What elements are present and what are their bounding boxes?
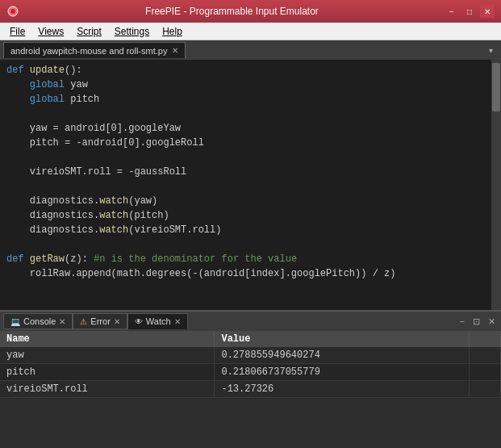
menu-bar: FileViewsScriptSettingsHelp: [0, 23, 501, 40]
watch-tab-label: Watch: [146, 316, 171, 326]
watch-icon: 👁: [135, 317, 143, 326]
panel-minimize-button[interactable]: −: [457, 316, 467, 327]
console-tab-label: Console: [23, 316, 56, 326]
error-tab[interactable]: ⚠ Error ✕: [73, 313, 127, 329]
console-icon: 💻: [10, 317, 20, 326]
window-controls: − □ ✕: [445, 5, 495, 18]
vertical-scrollbar[interactable]: [491, 60, 501, 310]
watch-tab-close[interactable]: ✕: [174, 317, 181, 326]
maximize-button[interactable]: □: [462, 5, 477, 18]
close-button[interactable]: ✕: [480, 5, 495, 18]
menu-item-views[interactable]: Views: [31, 24, 70, 39]
menu-item-settings[interactable]: Settings: [108, 24, 156, 39]
editor-tab-bar: android yawpitch-mouse and roll-smt.py ✕…: [0, 40, 501, 60]
tab-close-button[interactable]: ✕: [172, 46, 178, 55]
editor-tab[interactable]: android yawpitch-mouse and roll-smt.py ✕: [3, 42, 186, 58]
tab-label: android yawpitch-mouse and roll-smt.py: [10, 46, 167, 56]
watch-row: vireioSMT.roll-13.27326: [0, 381, 501, 398]
watch-extra: [470, 381, 501, 398]
menu-item-help[interactable]: Help: [156, 24, 189, 39]
watch-table: Name Value yaw0.278855949640274pitch0.21…: [0, 331, 501, 398]
watch-row: pitch0.218066737055779: [0, 364, 501, 381]
menu-item-file[interactable]: File: [3, 24, 31, 39]
code-editor[interactable]: def update(): global yaw global pitch ya…: [0, 60, 501, 310]
error-icon: ⚠: [80, 317, 87, 326]
watch-row: yaw0.278855949640274: [0, 347, 501, 364]
col-extra-header: [470, 331, 501, 347]
watch-extra: [470, 347, 501, 364]
tab-dropdown[interactable]: ▾: [484, 44, 498, 57]
watch-value: 0.278855949640274: [215, 347, 470, 364]
watch-tab[interactable]: 👁 Watch ✕: [127, 313, 188, 329]
watch-table-body: yaw0.278855949640274pitch0.2180667370557…: [0, 347, 501, 398]
watch-name: vireioSMT.roll: [0, 381, 215, 398]
watch-value: -13.27326: [215, 381, 470, 398]
console-tab[interactable]: 💻 Console ✕: [3, 313, 73, 329]
watch-name: yaw: [0, 347, 215, 364]
col-name-header: Name: [0, 331, 215, 347]
title-bar: FreePIE - Programmable Input Emulator − …: [0, 0, 501, 23]
col-value-header: Value: [215, 331, 470, 347]
code-content: def update(): global yaw global pitch ya…: [0, 60, 491, 310]
window-title: FreePIE - Programmable Input Emulator: [19, 6, 445, 17]
console-tab-close[interactable]: ✕: [59, 317, 65, 326]
watch-value: 0.218066737055779: [215, 364, 470, 381]
watch-extra: [470, 364, 501, 381]
panel-controls: − ⊡ ✕: [457, 316, 498, 327]
error-tab-label: Error: [90, 316, 110, 326]
svg-point-1: [10, 9, 15, 14]
menu-item-script[interactable]: Script: [70, 24, 108, 39]
error-tab-close[interactable]: ✕: [114, 317, 120, 326]
panel-tab-bar: 💻 Console ✕ ⚠ Error ✕ 👁 Watch ✕ − ⊡ ✕: [0, 312, 501, 331]
app-icon: [6, 5, 19, 18]
panel-restore-button[interactable]: ⊡: [470, 316, 482, 327]
panel-close-button[interactable]: ✕: [486, 316, 498, 327]
bottom-panel: 💻 Console ✕ ⚠ Error ✕ 👁 Watch ✕ − ⊡ ✕ Na…: [0, 310, 501, 448]
watch-name: pitch: [0, 364, 215, 381]
minimize-button[interactable]: −: [445, 5, 459, 18]
scrollbar-thumb[interactable]: [492, 63, 500, 111]
